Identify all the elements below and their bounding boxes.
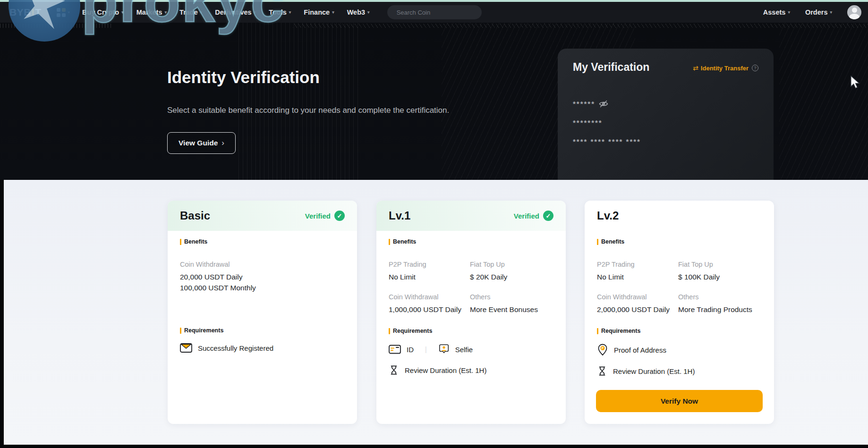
verified-badge: Verified ✓ (305, 211, 345, 221)
benefit-item: Coin Withdrawal 20,000 USDT Daily 100,00… (180, 261, 345, 293)
benefit-item: P2P Trading No Limit (597, 261, 678, 282)
chevron-down-icon: ▾ (121, 10, 124, 15)
id-card-icon (389, 345, 401, 354)
benefit-item: Others More Trading Products (678, 293, 762, 315)
nav-item-assets[interactable]: Assets▾ (763, 8, 790, 16)
main-menu: Buy Crypto▾ Markets▾ Trade▾ Derivatives▾… (82, 8, 383, 16)
user-avatar[interactable] (847, 5, 861, 19)
hourglass-icon (389, 364, 399, 376)
card-title: Basic (180, 209, 210, 222)
hourglass-icon (597, 365, 607, 377)
mouse-cursor (850, 76, 861, 89)
masked-name-row: ****** (573, 100, 608, 108)
left-edge (0, 180, 4, 448)
benefit-item: Fiat Top Up $ 20K Daily (470, 261, 553, 282)
top-navbar: BYBIT ▾ Buy Crypto▾ Markets▾ Trade▾ Deri… (0, 2, 868, 23)
chevron-down-icon: ▾ (289, 10, 291, 15)
card-lv1: Lv.1 Verified ✓ Benefits P2P Trading No … (376, 201, 566, 424)
masked-number-row: **** **** **** **** (573, 137, 641, 145)
requirements-label: Requirements (180, 327, 345, 334)
requirement-row: ID | Selfie (389, 344, 553, 355)
nav-item-buy-crypto[interactable]: Buy Crypto▾ (82, 8, 124, 16)
benefit-item: Fiat Top Up $ 100K Daily (678, 261, 762, 282)
requirements-label: Requirements (597, 328, 762, 334)
logo-accent: I (32, 7, 34, 18)
nav-item-orders[interactable]: Orders▾ (805, 8, 832, 16)
page-subtitle: Select a suitable benefit according to y… (167, 106, 449, 115)
benefits-label: Benefits (180, 238, 345, 245)
pinstripe-decoration (238, 23, 360, 180)
review-duration-row: Review Duration (Est. 1H) (597, 365, 762, 377)
bottom-edge (0, 445, 868, 448)
transfer-arrows-icon: ⇄ (693, 64, 698, 72)
eye-off-icon[interactable] (599, 100, 608, 108)
card-title: Lv.1 (389, 209, 410, 222)
help-icon[interactable]: ? (752, 65, 758, 71)
identity-transfer-link[interactable]: ⇄ Identity Transfer ? (693, 64, 758, 72)
benefit-item: P2P Trading No Limit (389, 261, 470, 282)
chevron-right-icon: › (221, 138, 224, 148)
verify-now-button[interactable]: Verify Now (596, 390, 763, 412)
search-input[interactable] (397, 9, 480, 16)
apps-menu-button[interactable]: ▾ (57, 8, 70, 17)
apps-grid-icon (57, 8, 66, 17)
search-box[interactable] (387, 5, 482, 19)
chevron-down-icon: ▾ (165, 10, 167, 15)
nav-item-finance[interactable]: Finance▾ (304, 8, 334, 16)
masked-id-row: ******** (573, 118, 603, 127)
chevron-down-icon: ▾ (68, 10, 70, 15)
view-guide-button[interactable]: View Guide › (167, 132, 236, 154)
my-verification-card: My Verification ⇄ Identity Transfer ? **… (558, 49, 774, 180)
requirements-label: Requirements (389, 328, 553, 334)
card-lv2: Lv.2 Benefits P2P Trading No Limit Fiat … (585, 201, 774, 424)
nav-item-derivatives[interactable]: Derivatives▾ (215, 8, 256, 16)
benefits-label: Benefits (389, 238, 553, 245)
review-duration-row: Review Duration (Est. 1H) (389, 364, 553, 376)
map-pin-icon: P (597, 344, 608, 356)
benefit-item: Coin Withdrawal 1,000,000 USDT Daily (389, 293, 470, 315)
check-icon: ✓ (543, 211, 553, 221)
content-section: Basic Verified ✓ Benefits Coin Withdrawa… (0, 180, 868, 448)
hatch-decoration (293, 24, 868, 28)
chevron-down-icon: ▾ (830, 10, 832, 15)
benefit-item: Others More Event Bonuses (470, 293, 553, 315)
verified-badge: Verified ✓ (514, 211, 553, 221)
card-basic: Basic Verified ✓ Benefits Coin Withdrawa… (168, 201, 357, 424)
benefits-grid: P2P Trading No Limit Fiat Top Up $ 100K … (597, 261, 762, 315)
nav-right: Assets▾ Orders▾ (763, 5, 861, 19)
hatch-decoration (0, 24, 113, 28)
chevron-down-icon: ▾ (254, 10, 256, 15)
selfie-icon (438, 344, 450, 355)
benefits-label: Benefits (597, 238, 762, 245)
requirement-row: P Proof of Address (597, 344, 762, 356)
chevron-down-icon: ▾ (332, 10, 334, 15)
card-basic-header: Basic Verified ✓ (168, 201, 357, 231)
chevron-down-icon: ▾ (788, 10, 790, 15)
chevron-down-icon: ▾ (200, 10, 203, 15)
my-verification-title: My Verification (573, 61, 649, 74)
chevron-down-icon: ▾ (367, 10, 370, 15)
check-icon: ✓ (334, 211, 345, 221)
envelope-icon (180, 343, 192, 353)
nav-item-markets[interactable]: Markets▾ (136, 8, 167, 16)
hero-section: Identity Verification Select a suitable … (0, 23, 868, 180)
requirement-row: Successfully Registered (180, 343, 345, 353)
nav-item-web3[interactable]: Web3▾ (347, 8, 370, 16)
nav-item-tools[interactable]: Tools▾ (269, 8, 291, 16)
bybit-verification-page: BYBIT ▾ Buy Crypto▾ Markets▾ Trade▾ Deri… (0, 0, 868, 448)
divider: | (425, 346, 427, 353)
card-lv1-header: Lv.1 Verified ✓ (376, 201, 566, 231)
benefit-item: Coin Withdrawal 2,000,000 USDT Daily (597, 293, 678, 315)
diagonal-stripe-decoration (779, 23, 868, 180)
bybit-logo[interactable]: BYBIT (9, 7, 42, 18)
card-title: Lv.2 (597, 209, 619, 222)
svg-text:P: P (602, 347, 604, 350)
benefits-grid: P2P Trading No Limit Fiat Top Up $ 20K D… (389, 261, 553, 315)
page-title: Identity Verification (167, 68, 320, 87)
nav-item-trade[interactable]: Trade▾ (179, 8, 202, 16)
card-lv2-header: Lv.2 (585, 201, 774, 231)
